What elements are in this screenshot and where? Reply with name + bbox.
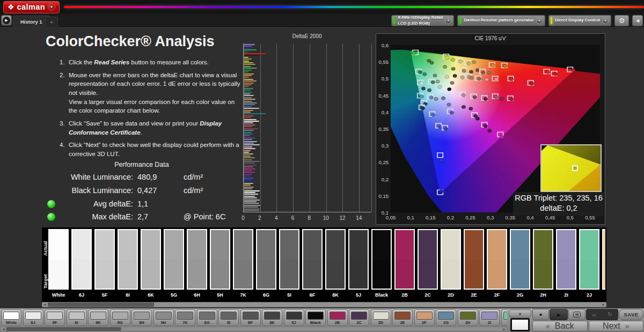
settings-gear-button[interactable]: ⚙ <box>614 15 629 26</box>
mini-swatch-button[interactable]: 2G <box>436 309 456 326</box>
measured-dot[interactable] <box>487 71 491 75</box>
deltae-error-bar[interactable] <box>244 210 259 211</box>
measured-dot[interactable] <box>469 107 473 110</box>
deltae-error-bar[interactable] <box>244 58 252 60</box>
deltae-error-bar[interactable] <box>244 117 252 118</box>
deltae-error-bar[interactable] <box>244 57 248 58</box>
mini-swatch-button[interactable]: 6K <box>88 309 108 326</box>
measured-dot[interactable] <box>462 69 466 72</box>
repeat-button[interactable]: ↻ <box>602 309 618 320</box>
mini-swatch-button[interactable]: 5F <box>45 309 65 326</box>
deltae-error-bar[interactable] <box>244 88 253 89</box>
measured-dot[interactable] <box>441 97 445 100</box>
deltae-error-bar[interactable] <box>244 61 249 62</box>
deltae-error-bar[interactable] <box>244 93 250 94</box>
deltae-error-bar[interactable] <box>244 172 255 173</box>
deltae-error-bar[interactable] <box>244 209 260 210</box>
deltae-error-bar[interactable] <box>244 161 260 162</box>
deltae-error-bar[interactable] <box>244 150 251 151</box>
measured-dot[interactable] <box>458 60 462 63</box>
measured-dot[interactable] <box>453 74 457 77</box>
mini-swatch-button[interactable]: 2H <box>458 309 478 326</box>
measured-dot[interactable] <box>472 61 476 64</box>
add-tab-button[interactable]: + <box>45 17 58 27</box>
mini-swatch-button[interactable]: 8K <box>262 309 282 326</box>
mini-swatch-button[interactable]: 6J <box>23 309 43 326</box>
mini-swatch-button[interactable]: 2I <box>479 309 500 326</box>
deltae-error-bar[interactable] <box>244 84 252 85</box>
patch-scrollbar-thumb[interactable] <box>6 327 121 331</box>
scroll-left-icon[interactable]: ◄ <box>42 303 47 307</box>
measured-dot[interactable] <box>509 98 513 101</box>
measured-dot[interactable] <box>445 75 449 78</box>
deltae-error-bar[interactable] <box>244 44 255 45</box>
deltae-error-bar[interactable] <box>244 99 255 100</box>
current-color-swatch[interactable] <box>510 318 530 331</box>
deltae-error-bar[interactable] <box>244 137 255 138</box>
comparator-scrollbar-thumb[interactable] <box>48 303 154 307</box>
measured-dot[interactable] <box>500 97 503 100</box>
mini-swatch-button[interactable]: 6H <box>131 309 152 326</box>
deltae-error-bar[interactable] <box>244 194 258 195</box>
deltae-error-bar[interactable] <box>244 197 257 198</box>
tab-history-1[interactable]: History 1 <box>13 16 50 27</box>
deltae-error-bar[interactable] <box>244 130 254 131</box>
deltae-error-bar[interactable] <box>244 53 266 54</box>
deltae-error-bar[interactable] <box>244 68 257 69</box>
measured-dot[interactable] <box>447 103 451 106</box>
measured-dot[interactable] <box>440 190 443 193</box>
stop-button[interactable]: ■ <box>532 309 549 320</box>
deltae-error-bar[interactable] <box>244 55 260 56</box>
deltae-error-bar[interactable] <box>244 102 257 104</box>
deltae-error-bar[interactable] <box>244 79 253 80</box>
eject-button[interactable]: ▲ <box>509 309 531 318</box>
deltae-error-bar[interactable] <box>244 62 253 63</box>
deltae-error-bar[interactable] <box>244 121 259 122</box>
measured-dot[interactable] <box>429 96 433 99</box>
measured-dot[interactable] <box>450 81 454 84</box>
deltae-error-bar[interactable] <box>244 143 254 144</box>
logo-caret-down-icon[interactable]: ▼ <box>48 3 55 11</box>
measured-dot[interactable] <box>473 95 477 99</box>
deltae-error-bar[interactable] <box>244 166 253 167</box>
pattern-window-button[interactable]: H <box>568 309 585 320</box>
mini-swatch-button[interactable]: 2B <box>327 309 348 326</box>
measured-dot[interactable] <box>450 111 453 114</box>
deltae-error-bar[interactable] <box>244 181 257 182</box>
measured-dot[interactable] <box>451 67 455 70</box>
deltae-error-bar[interactable] <box>244 106 252 107</box>
measured-dot[interactable] <box>440 159 443 162</box>
mini-swatch-button[interactable]: 2E <box>392 309 413 326</box>
deltae-error-bar[interactable] <box>244 139 252 140</box>
measured-dot[interactable] <box>500 135 504 138</box>
measured-dot[interactable] <box>431 113 435 116</box>
deltae-error-bar[interactable] <box>244 148 255 149</box>
deltae-error-bar[interactable] <box>244 190 260 191</box>
mini-swatch-button[interactable]: Black <box>305 309 326 326</box>
mini-swatch-button[interactable]: 5I <box>218 309 239 326</box>
deltae-error-bar[interactable] <box>244 170 252 171</box>
mini-swatch-button[interactable]: 2D <box>371 309 391 326</box>
deltae-error-bar[interactable] <box>244 168 255 169</box>
comparator-scrollbar[interactable]: ◄ ► <box>42 302 606 307</box>
deltae-error-bar[interactable] <box>244 86 249 87</box>
scroll-left-icon[interactable]: ◄ <box>1 327 6 331</box>
mini-swatch-button[interactable]: 6G <box>197 309 217 326</box>
deltae-error-bar[interactable] <box>244 49 257 50</box>
deltae-error-bar[interactable] <box>244 83 254 84</box>
chevron-down-icon[interactable]: ▼ <box>445 18 451 24</box>
measured-dot[interactable] <box>421 87 425 90</box>
mini-swatch-button[interactable]: 2F <box>414 309 435 326</box>
measured-dot[interactable] <box>451 58 455 61</box>
deltae-error-bar[interactable] <box>244 95 254 96</box>
deltae-error-bar[interactable] <box>244 178 254 179</box>
mini-swatch-button[interactable]: 5H <box>153 309 174 326</box>
deltae-error-bar[interactable] <box>244 175 251 176</box>
deltae-error-bar[interactable] <box>244 51 249 53</box>
measured-dot[interactable] <box>421 107 425 110</box>
deltae-error-bar[interactable] <box>244 187 254 188</box>
deltae-error-bar[interactable] <box>244 135 250 136</box>
deltae-error-bar[interactable] <box>244 153 253 154</box>
deltae-error-bar[interactable] <box>244 179 252 180</box>
deltae-error-bar[interactable] <box>244 113 266 114</box>
